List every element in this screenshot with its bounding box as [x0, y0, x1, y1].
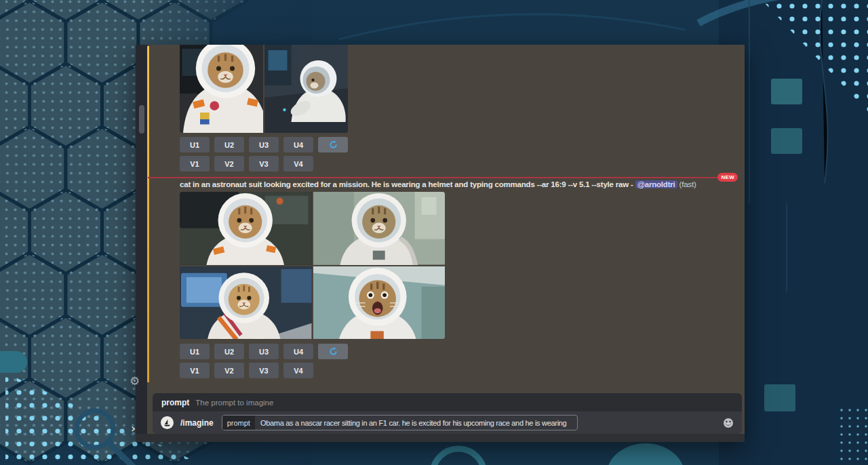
- u4-button[interactable]: U4: [283, 137, 313, 153]
- generated-image-4[interactable]: [313, 266, 446, 340]
- v4-button[interactable]: V4: [283, 363, 313, 378]
- v4-button[interactable]: V4: [283, 156, 313, 171]
- reroll-button[interactable]: [318, 137, 348, 153]
- reroll-button[interactable]: [318, 344, 348, 359]
- prompt-option-field[interactable]: prompt Obama as a nascar racer sitting i…: [222, 415, 578, 430]
- u2-button[interactable]: U2: [214, 137, 244, 153]
- u1-button[interactable]: U1: [180, 344, 210, 359]
- sailboat-icon: [163, 418, 172, 427]
- v2-button[interactable]: V2: [214, 363, 244, 378]
- generated-image-3[interactable]: [180, 266, 312, 340]
- u1-button[interactable]: U1: [180, 137, 210, 153]
- hint-option-name: prompt: [161, 398, 189, 407]
- u3-button[interactable]: U3: [249, 344, 279, 359]
- chevron-right-icon: ›: [131, 422, 136, 435]
- scrollbar-thumb[interactable]: [139, 105, 144, 134]
- u4-button[interactable]: U4: [283, 344, 313, 359]
- slash-command-hint: prompt The prompt to imagine: [153, 393, 742, 411]
- discord-chat-window: U1 U2 U3 U4 V1 V2 V3 V4 NEW cat in an as…: [136, 45, 745, 442]
- hint-option-description: The prompt to imagine: [195, 399, 273, 407]
- upscale-row-upper: U1 U2 U3 U4: [180, 137, 348, 153]
- v1-button[interactable]: V1: [180, 363, 210, 378]
- unread-indicator-line: [147, 46, 149, 382]
- emoji-picker-button[interactable]: [723, 418, 734, 428]
- u3-button[interactable]: U3: [249, 137, 279, 153]
- new-badge: NEW: [717, 173, 738, 182]
- message-prompt-text: cat in an astronaut suit looking excited…: [180, 180, 722, 188]
- upscale-row-lower: U1 U2 U3 U4: [180, 344, 348, 359]
- generated-image-2[interactable]: [313, 192, 446, 265]
- v2-button[interactable]: V2: [214, 156, 244, 171]
- variation-row-upper: V1 V2 V3 V4: [180, 156, 313, 171]
- generated-image-upper-2[interactable]: [264, 45, 348, 133]
- window-footer: [136, 434, 745, 442]
- midjourney-avatar: [161, 416, 174, 429]
- refresh-icon: [329, 140, 338, 149]
- refresh-icon: [329, 347, 338, 356]
- prompt-option-chip: prompt: [222, 416, 255, 430]
- gear-icon: ⚙: [130, 374, 140, 388]
- variation-row-lower: V1 V2 V3 V4: [180, 363, 313, 378]
- v3-button[interactable]: V3: [249, 156, 279, 171]
- separator: -: [631, 180, 633, 188]
- prompt-bold-text: cat in an astronaut suit looking excited…: [180, 180, 629, 188]
- generated-image-1[interactable]: [180, 192, 312, 265]
- generated-image-upper-1[interactable]: [180, 45, 263, 133]
- message-input-bar[interactable]: /imagine prompt Obama as a nascar racer …: [153, 411, 742, 434]
- generated-image-grid-lower: [180, 192, 445, 339]
- unread-divider: [148, 177, 732, 178]
- u2-button[interactable]: U2: [214, 344, 244, 359]
- v3-button[interactable]: V3: [249, 363, 279, 378]
- user-mention[interactable]: @arnoldtri: [635, 180, 677, 188]
- speed-mode-note: (fast): [679, 180, 696, 188]
- generated-image-grid-upper: [180, 45, 348, 133]
- v1-button[interactable]: V1: [180, 156, 210, 171]
- imagine-command-label: /imagine: [180, 418, 214, 428]
- smiley-icon: [723, 418, 734, 428]
- prompt-input-value[interactable]: Obama as a nascar racer sitting in an F1…: [255, 419, 572, 427]
